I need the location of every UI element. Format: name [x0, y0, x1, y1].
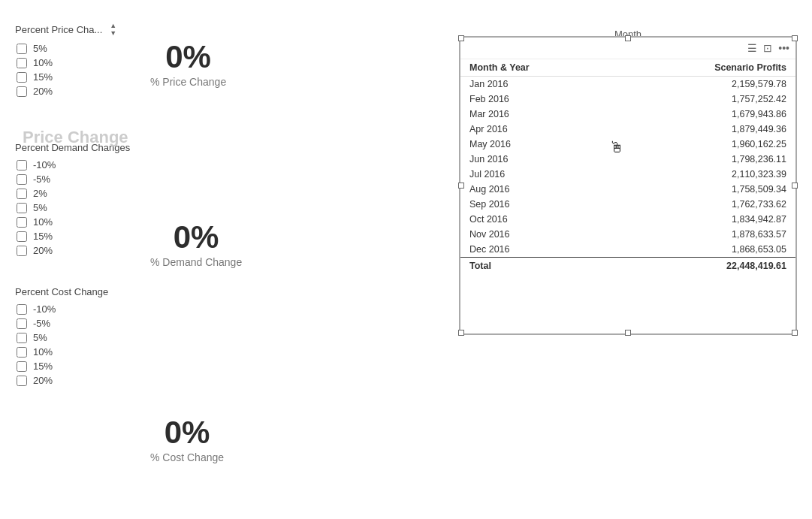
table-row: Jul 2016 2,110,323.39 [460, 167, 795, 182]
price-section-header: Percent Price Cha... ▲ ▼ [15, 23, 406, 37]
price-big-value: 0% [165, 41, 211, 73]
resize-handle-br[interactable] [792, 330, 798, 336]
resize-handle-tl[interactable] [458, 35, 464, 41]
demand-label-15: 15% [33, 231, 53, 242]
table-row: Mar 2016 1,679,943.86 [460, 107, 795, 122]
demand-option-n10: -10% [17, 159, 406, 170]
cell-profits: 2,110,323.39 [616, 167, 795, 182]
table-row: May 2016 1,960,162.25 [460, 137, 795, 152]
cell-profits: 1,679,943.86 [616, 107, 795, 122]
menu-icon[interactable]: ☰ [747, 42, 757, 54]
cell-month: Mar 2016 [460, 107, 616, 122]
demand-value-section: 0% % Demand Change [150, 222, 242, 268]
cost-checkbox-n5[interactable] [17, 318, 27, 329]
cost-option-10: 10% [17, 346, 406, 358]
demand-option-5: 5% [17, 202, 406, 213]
cost-option-5: 5% [17, 332, 406, 343]
demand-checkbox-10[interactable] [17, 217, 27, 228]
total-label: Total [460, 258, 616, 274]
cell-profits: 1,868,653.05 [616, 242, 795, 258]
table-row: Jun 2016 1,798,236.11 [460, 152, 795, 167]
cost-label-10: 10% [33, 346, 53, 358]
demand-option-2: 2% [17, 188, 406, 199]
cost-label-5: 5% [33, 332, 47, 343]
more-icon[interactable]: ••• [778, 42, 789, 54]
demand-big-label: % Demand Change [150, 256, 242, 268]
price-label-20: 20% [33, 86, 53, 97]
resize-handle-bl[interactable] [458, 330, 464, 336]
price-label-5: 5% [33, 43, 47, 54]
demand-label-5: 5% [33, 202, 47, 213]
demand-label-n5: -5% [33, 174, 50, 185]
cost-section-label: Percent Cost Change [15, 286, 108, 297]
sort-up-icon[interactable]: ▲ [110, 23, 116, 29]
cell-month: Apr 2016 [460, 122, 616, 137]
cost-section-header: Percent Cost Change [15, 286, 406, 297]
price-checkbox-15[interactable] [17, 72, 27, 83]
demand-label-10: 10% [33, 216, 53, 228]
cell-month: May 2016 [460, 137, 616, 152]
table-row: Dec 2016 1,868,653.05 [460, 242, 795, 258]
price-section-label: Percent Price Cha... [15, 24, 102, 35]
table-row: Jan 2016 2,159,579.78 [460, 77, 795, 92]
table-row: Nov 2016 1,878,633.57 [460, 227, 795, 242]
table-spacer [460, 273, 795, 333]
cost-value-section: 0% % Cost Change [150, 417, 224, 463]
resize-handle-mr[interactable] [792, 183, 798, 189]
price-checkbox-5[interactable] [17, 44, 27, 54]
cost-label-15: 15% [33, 361, 53, 372]
col-header-month: Month & Year [460, 59, 616, 77]
cost-big-value: 0% [165, 417, 210, 448]
cell-month: Dec 2016 [460, 242, 616, 258]
cell-month: Aug 2016 [460, 182, 616, 197]
price-checkbox-20[interactable] [17, 86, 27, 97]
cost-checkbox-list: -10% -5% 5% 10% 15% [17, 303, 406, 386]
cell-month: Nov 2016 [460, 227, 616, 242]
demand-big-value: 0% [174, 222, 219, 253]
cell-month: Feb 2016 [460, 92, 616, 107]
expand-icon[interactable]: ⊡ [763, 42, 772, 54]
price-label-15: 15% [33, 71, 53, 83]
cost-big-label: % Cost Change [150, 451, 224, 463]
demand-checkbox-20[interactable] [17, 246, 27, 256]
cell-month: Jan 2016 [460, 77, 616, 92]
demand-section-header: Percent Demand Changes [15, 142, 406, 153]
resize-handle-tm[interactable] [625, 35, 631, 41]
resize-handle-bm[interactable] [625, 330, 631, 336]
price-sort-icons: ▲ ▼ [110, 23, 116, 37]
cell-month: Oct 2016 [460, 212, 616, 227]
resize-handle-ml[interactable] [458, 183, 464, 189]
cost-checkbox-15[interactable] [17, 361, 27, 372]
cell-profits: 1,757,252.42 [616, 92, 795, 107]
cell-profits: 2,159,579.78 [616, 77, 795, 92]
demand-checkbox-2[interactable] [17, 189, 27, 199]
table-widget: ☰ ⊡ ••• Month & Year Scenario Profits Ja… [459, 36, 797, 335]
demand-checkbox-n5[interactable] [17, 174, 27, 185]
demand-checkbox-n10[interactable] [17, 160, 27, 170]
table-row: Feb 2016 1,757,252.42 [460, 92, 795, 107]
demand-section-label: Percent Demand Changes [15, 142, 130, 153]
demand-option-n5: -5% [17, 174, 406, 185]
total-value: 22,448,419.61 [616, 258, 795, 274]
cell-profits: 1,762,733.62 [616, 197, 795, 212]
resize-handle-tr[interactable] [792, 35, 798, 41]
demand-checkbox-5[interactable] [17, 203, 27, 213]
cost-option-20: 20% [17, 375, 406, 386]
demand-checkbox-15[interactable] [17, 231, 27, 242]
cell-profits: 1,960,162.25 [616, 137, 795, 152]
cost-filter-section: Percent Cost Change -10% -5% 5% 10% [15, 286, 406, 386]
cell-month: Jun 2016 [460, 152, 616, 167]
price-big-label: % Price Change [150, 76, 226, 88]
sort-down-icon[interactable]: ▼ [110, 30, 116, 37]
cost-checkbox-5[interactable] [17, 333, 27, 343]
price-checkbox-10[interactable] [17, 58, 27, 68]
cell-profits: 1,758,509.34 [616, 182, 795, 197]
cost-label-n5: -5% [33, 318, 50, 329]
cost-checkbox-10[interactable] [17, 347, 27, 358]
demand-label-2: 2% [33, 188, 47, 199]
col-header-profits: Scenario Profits [616, 59, 795, 77]
cost-checkbox-n10[interactable] [17, 304, 27, 315]
demand-label-20: 20% [33, 245, 53, 256]
cost-checkbox-20[interactable] [17, 376, 27, 386]
table-row: Oct 2016 1,834,942.87 [460, 212, 795, 227]
